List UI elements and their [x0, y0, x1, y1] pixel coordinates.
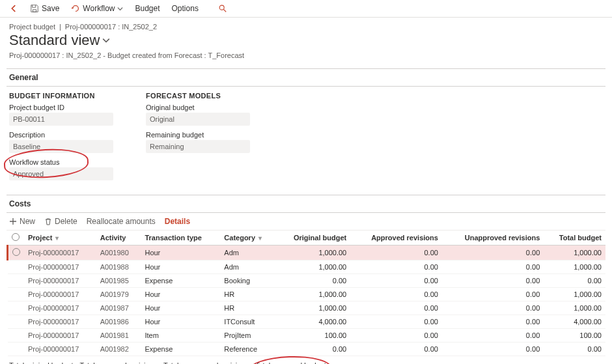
table-row[interactable]: Proj-000000017A001981ItemProjItem100.000…	[8, 329, 606, 343]
cell-appr: 0.00	[350, 329, 442, 343]
cell-total: 100.00	[544, 329, 605, 343]
view-title[interactable]: Standard view	[9, 32, 603, 49]
col-totalbudget[interactable]: Total budget	[544, 231, 605, 245]
back-button[interactable]	[5, 3, 22, 14]
cell-appr: 0.00	[350, 301, 442, 315]
cell-total: 1,000.00	[544, 245, 605, 260]
cell-unappr: 0.00	[442, 274, 544, 288]
row-select[interactable]	[8, 301, 25, 315]
row-select[interactable]	[8, 260, 25, 274]
details-button[interactable]: Details	[165, 217, 190, 226]
cell-txtype: Hour	[141, 260, 220, 274]
row-select[interactable]	[8, 343, 25, 356]
col-category[interactable]: Category ▾	[220, 231, 276, 245]
cell-project: Proj-000000017	[24, 288, 96, 301]
cell-orig: 100.00	[276, 329, 350, 343]
budget-info-header: BUDGET INFORMATION	[9, 92, 120, 100]
workflow-icon	[71, 4, 80, 13]
col-project[interactable]: Project ▾	[24, 231, 96, 245]
workflow-button[interactable]: Workflow	[67, 3, 127, 14]
cell-category: Reference	[220, 343, 276, 356]
plus-icon	[9, 217, 17, 225]
trash-icon	[44, 217, 52, 225]
general-header[interactable]: General	[7, 68, 605, 87]
original-budget-label: Original budget	[146, 104, 257, 111]
cell-unappr: 0.00	[442, 329, 544, 343]
cell-activity: A001982	[96, 343, 141, 356]
search-button[interactable]	[214, 3, 231, 14]
cell-appr: 0.00	[350, 343, 442, 356]
budget-button[interactable]: Budget	[131, 3, 163, 14]
project-budget-id-value: PB-00011	[9, 113, 113, 126]
col-txtype[interactable]: Transaction type	[141, 231, 220, 245]
breadcrumb-record: Proj-000000017 : IN_2502_2	[65, 23, 157, 31]
cell-unappr: 0.00	[442, 260, 544, 274]
budget-info-col: BUDGET INFORMATION Project budget ID PB-…	[9, 92, 120, 186]
cell-activity: A001980	[96, 245, 141, 260]
filter-icon: ▾	[258, 234, 262, 242]
grid-header-row: Project ▾ Activity Transaction type Cate…	[8, 231, 606, 245]
cell-orig: 1,000.00	[276, 245, 350, 260]
row-select[interactable]	[8, 329, 25, 343]
forecast-header: FORECAST MODELS	[146, 92, 257, 100]
save-label: Save	[42, 4, 59, 13]
col-origbudget[interactable]: Original budget	[276, 231, 350, 245]
table-row[interactable]: Proj-000000017A001980HourAdm1,000.000.00…	[8, 245, 606, 260]
col-activity[interactable]: Activity	[96, 231, 141, 245]
cell-unappr: 0.00	[442, 301, 544, 315]
col-apprrev[interactable]: Approved revisions	[350, 231, 442, 245]
filter-icon: ▾	[55, 234, 59, 242]
cell-orig: 1,000.00	[276, 260, 350, 274]
cell-category: ProjItem	[220, 329, 276, 343]
options-button[interactable]: Options	[168, 3, 202, 14]
save-button[interactable]: Save	[26, 3, 63, 14]
workflow-label: Workflow	[83, 4, 115, 13]
cell-txtype: Expense	[141, 274, 220, 288]
cell-appr: 0.00	[350, 315, 442, 329]
cell-category: Booking	[220, 274, 276, 288]
cell-unappr: 0.00	[442, 245, 544, 260]
table-row[interactable]: Proj-000000017A001987HourHR1,000.000.000…	[8, 301, 606, 315]
cell-txtype: Expense	[141, 343, 220, 356]
new-button[interactable]: New	[9, 217, 35, 226]
cell-project: Proj-000000017	[24, 260, 96, 274]
page-subtitle: Proj-000000017 : IN_2502_2 - Budget crea…	[9, 51, 603, 59]
reallocate-button[interactable]: Reallocate amounts	[87, 217, 156, 226]
select-all[interactable]	[8, 231, 25, 245]
costs-header[interactable]: Costs	[7, 195, 605, 213]
description-value: Baseline	[9, 140, 113, 153]
cell-project: Proj-000000017	[24, 274, 96, 288]
table-row[interactable]: Proj-000000017A001985ExpenseBooking0.000…	[8, 274, 606, 288]
cell-orig: 0.00	[276, 274, 350, 288]
costs-section: Costs New Delete Reallocate amounts Deta…	[7, 195, 605, 364]
cell-orig: 0.00	[276, 343, 350, 356]
row-select[interactable]	[8, 245, 25, 260]
row-select[interactable]	[8, 288, 25, 301]
cell-orig: 4,000.00	[276, 315, 350, 329]
cell-appr: 0.00	[350, 288, 442, 301]
cell-appr: 0.00	[350, 245, 442, 260]
cell-total: 0.00	[544, 343, 605, 356]
save-icon	[30, 4, 39, 13]
cell-txtype: Hour	[141, 301, 220, 315]
row-select[interactable]	[8, 315, 25, 329]
cell-total: 0.00	[544, 274, 605, 288]
total-approved-revisions: Total approved revisions 0.00	[79, 361, 157, 364]
cell-activity: A001986	[96, 315, 141, 329]
command-bar: Save Workflow Budget Options	[0, 0, 612, 18]
table-row[interactable]: Proj-000000017A001988HourAdm1,000.000.00…	[8, 260, 606, 274]
general-section: General BUDGET INFORMATION Project budge…	[7, 68, 605, 188]
table-row[interactable]: Proj-000000017A001986HourITConsult4,000.…	[8, 315, 606, 329]
cell-appr: 0.00	[350, 260, 442, 274]
description-label: Description	[9, 131, 120, 139]
context-area: Project budget | Proj-000000017 : IN_250…	[0, 18, 612, 62]
view-title-text: Standard view	[9, 32, 100, 49]
row-select[interactable]	[8, 274, 25, 288]
total-unapproved-revisions: Total unapproved revisions 0.00	[163, 361, 249, 364]
chevron-down-icon	[117, 6, 123, 12]
table-row[interactable]: Proj-000000017A001982ExpenseReference0.0…	[8, 343, 606, 356]
col-unapprrev[interactable]: Unapproved revisions	[442, 231, 544, 245]
delete-button[interactable]: Delete	[44, 217, 77, 226]
table-row[interactable]: Proj-000000017A001979HourHR1,000.000.000…	[8, 288, 606, 301]
workflow-status-label: Workflow status	[9, 158, 120, 166]
